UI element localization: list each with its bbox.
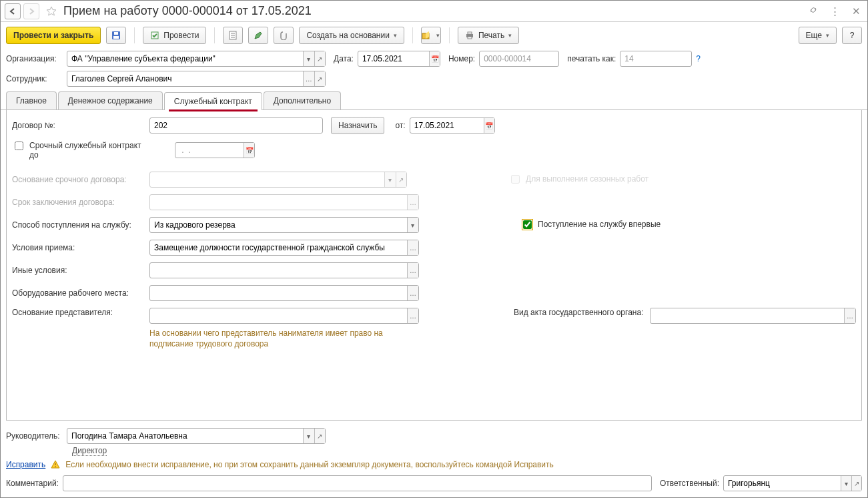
chevron-down-icon[interactable]: ▾ <box>407 218 418 232</box>
responsible-combo[interactable]: ▾ ↗ <box>723 475 862 491</box>
contract-from-date[interactable]: 📅 <box>410 117 495 134</box>
urgent-until-date[interactable]: 📅 <box>175 142 255 158</box>
number-label: Номер: <box>448 54 475 63</box>
tab-main[interactable]: Главное <box>6 91 57 109</box>
conditions-label: Условия приема: <box>12 243 145 252</box>
tab-additional[interactable]: Дополнительно <box>264 91 341 109</box>
link-icon[interactable] <box>806 4 821 19</box>
select-icon[interactable]: … <box>407 286 418 300</box>
select-icon[interactable]: … <box>844 308 855 323</box>
close-icon[interactable]: ✕ <box>849 4 863 19</box>
open-icon[interactable]: ↗ <box>851 476 861 491</box>
post-and-close-button[interactable]: Провести и закрыть <box>6 27 101 44</box>
representative-basis-note: На основании чего представитель нанимате… <box>149 328 403 349</box>
other-conditions-label: Иные условия: <box>12 266 145 275</box>
kebab-menu-icon[interactable]: ⋮ <box>827 4 843 19</box>
calendar-icon[interactable]: 📅 <box>244 143 254 158</box>
manager-position-link[interactable]: Директор <box>72 446 107 456</box>
svg-point-13 <box>55 466 56 467</box>
date-input[interactable]: 📅 <box>358 51 440 67</box>
svg-rect-1 <box>113 36 119 39</box>
svg-rect-2 <box>114 32 118 35</box>
service-method-combo[interactable]: ▾ <box>149 217 419 233</box>
window-title: Прием на работу 0000-000014 от 17.05.202… <box>63 4 806 18</box>
favorite-star-icon[interactable] <box>45 5 58 18</box>
print-button[interactable]: Печать ▾ <box>458 27 519 44</box>
organization-label: Организация: <box>6 54 63 63</box>
select-icon: … <box>407 195 418 210</box>
select-icon[interactable]: … <box>407 240 418 255</box>
help-button[interactable]: ? <box>842 27 862 44</box>
employee-combo[interactable]: … ↗ <box>67 71 326 87</box>
warning-icon <box>51 460 60 469</box>
seasonal-work-label: Для выполнения сезонных работ <box>526 174 648 184</box>
act-type-input[interactable]: … <box>650 308 856 324</box>
create-based-on-button[interactable]: Создать на основании ▾ <box>299 27 404 44</box>
action-menu-button[interactable]: ▾ <box>421 27 441 44</box>
post-icon <box>150 31 159 40</box>
attach-button[interactable] <box>274 27 294 44</box>
number-input[interactable] <box>479 51 559 67</box>
document-icon <box>229 31 237 40</box>
contract-from-label: от: <box>395 121 405 130</box>
save-button[interactable] <box>106 27 126 44</box>
first-time-label: Поступление на службу впервые <box>538 220 661 229</box>
conditions-input[interactable]: … <box>149 240 419 256</box>
urgent-basis-label: Основание срочного договора: <box>12 175 145 184</box>
svg-rect-11 <box>468 37 472 39</box>
open-icon[interactable]: ↗ <box>314 51 326 66</box>
comment-input[interactable] <box>63 475 652 491</box>
tab-service-contract[interactable]: Служебный контракт <box>164 92 262 110</box>
calendar-icon[interactable]: 📅 <box>484 118 494 133</box>
act-type-label: Вид акта государственного органа: <box>514 308 643 317</box>
open-icon[interactable]: ↗ <box>314 71 326 86</box>
fix-link[interactable]: Исправить <box>6 460 45 469</box>
urgent-contract-checkbox[interactable] <box>15 142 23 150</box>
calendar-icon[interactable]: 📅 <box>429 51 440 66</box>
chevron-down-icon: ▾ <box>394 32 397 39</box>
equipment-input[interactable]: … <box>149 285 419 301</box>
seasonal-work-checkbox <box>511 175 520 184</box>
chevron-down-icon[interactable]: ▾ <box>303 51 314 66</box>
organization-combo[interactable]: ▾ ↗ <box>67 51 326 67</box>
document-button[interactable] <box>223 27 243 44</box>
printer-icon <box>465 31 474 40</box>
save-icon <box>111 31 121 40</box>
select-icon[interactable]: … <box>407 263 418 278</box>
representative-basis-input[interactable]: … <box>149 308 419 324</box>
contract-number-input[interactable] <box>149 117 323 134</box>
contract-term-input: … <box>149 194 419 210</box>
post-button[interactable]: Провести <box>143 27 206 44</box>
contract-term-label: Срок заключения договора: <box>12 198 145 207</box>
date-label: Дата: <box>334 54 354 63</box>
edit-button[interactable] <box>248 27 268 44</box>
help-link[interactable]: ? <box>696 54 701 63</box>
responsible-label: Ответственный: <box>660 479 719 488</box>
first-time-checkbox[interactable] <box>523 220 532 229</box>
chevron-down-icon[interactable]: ▾ <box>303 429 314 443</box>
print-as-input[interactable] <box>620 51 692 67</box>
comment-label: Комментарий: <box>6 479 59 488</box>
open-icon[interactable]: ↗ <box>314 429 326 443</box>
select-icon[interactable]: … <box>407 308 418 323</box>
more-button[interactable]: Еще▾ <box>799 27 837 44</box>
svg-rect-10 <box>468 32 472 34</box>
back-button[interactable] <box>5 3 21 19</box>
print-as-label: печатать как: <box>567 54 616 63</box>
equipment-label: Оборудование рабочего места: <box>12 288 145 298</box>
open-icon: ↗ <box>396 172 407 187</box>
chevron-down-icon: ▾ <box>384 172 396 187</box>
representative-basis-label: Основание представителя: <box>12 308 145 317</box>
pencil-icon <box>254 31 263 40</box>
paperclip-icon <box>279 31 288 40</box>
other-conditions-input[interactable]: … <box>149 262 419 278</box>
urgent-contract-label: Срочный служебный контракт до <box>29 141 143 160</box>
employee-label: Сотрудник: <box>6 74 63 83</box>
urgent-basis-combo: ▾ ↗ <box>149 172 407 188</box>
chevron-down-icon[interactable]: ▾ <box>841 476 851 491</box>
tab-salary[interactable]: Денежное содержание <box>58 91 163 109</box>
assign-button[interactable]: Назначить <box>331 117 384 134</box>
manager-combo[interactable]: ▾ ↗ <box>67 428 326 444</box>
select-icon[interactable]: … <box>303 71 314 86</box>
forward-button[interactable] <box>23 3 39 19</box>
